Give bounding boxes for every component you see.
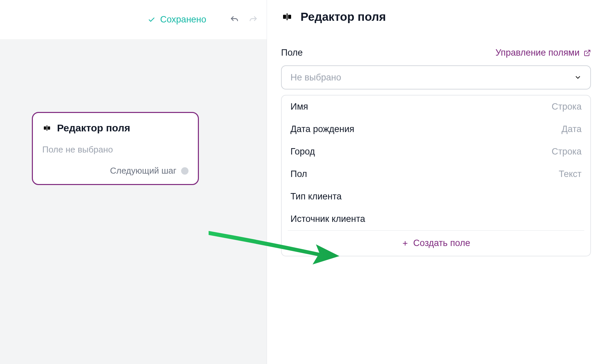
manage-fields-link[interactable]: Управление полями xyxy=(495,48,591,58)
plus-icon xyxy=(402,240,409,247)
option-name: Имя xyxy=(290,102,308,112)
svg-rect-1 xyxy=(48,126,50,129)
option-type: Строка xyxy=(552,102,582,112)
saved-status: Сохранено xyxy=(148,14,206,25)
svg-rect-0 xyxy=(44,126,46,129)
field-select[interactable]: Не выбрано xyxy=(281,65,591,89)
redo-icon xyxy=(249,15,258,24)
check-icon xyxy=(148,16,155,23)
card-subtitle: Поле не выбрано xyxy=(42,144,188,155)
option-name: Тип клиента xyxy=(290,191,341,202)
top-bar: Сохранено xyxy=(0,0,267,39)
dropdown-option[interactable]: ГородСтрока xyxy=(282,140,590,163)
field-editor-icon xyxy=(42,123,52,133)
editor-title: Редактор поля xyxy=(301,10,386,23)
create-field-text: Создать поле xyxy=(413,238,470,248)
option-type: Строка xyxy=(552,146,582,157)
redo-button[interactable] xyxy=(248,14,259,25)
saved-status-text: Сохранено xyxy=(160,14,206,25)
undo-button[interactable] xyxy=(229,14,240,25)
undo-icon xyxy=(230,15,239,24)
svg-rect-3 xyxy=(283,15,286,19)
dropdown-option[interactable]: ИмяСтрока xyxy=(282,96,590,118)
option-name: Источник клиента xyxy=(290,214,365,224)
dropdown-option[interactable]: Источник клиента xyxy=(282,208,590,230)
chevron-down-icon xyxy=(574,74,582,81)
external-link-icon xyxy=(584,49,591,57)
field-editor-icon xyxy=(281,11,293,23)
next-step-connector[interactable] xyxy=(181,167,188,175)
option-type: Текст xyxy=(559,169,582,179)
option-name: Город xyxy=(290,146,315,157)
field-label: Поле xyxy=(281,48,303,58)
svg-rect-4 xyxy=(288,15,291,19)
option-type: Дата xyxy=(561,124,582,134)
dropdown-option[interactable]: Дата рожденияДата xyxy=(282,118,590,140)
canvas[interactable]: Редактор поля Поле не выбрано Следующий … xyxy=(0,39,267,364)
svg-line-6 xyxy=(587,50,590,53)
option-name: Пол xyxy=(290,169,307,179)
manage-fields-text: Управление полями xyxy=(495,48,580,58)
svg-rect-5 xyxy=(287,13,288,20)
next-step-label: Следующий шаг xyxy=(110,166,176,176)
editor-panel: Редактор поля Поле Управление полями Не … xyxy=(267,0,599,364)
option-name: Дата рождения xyxy=(290,124,354,134)
field-editor-card[interactable]: Редактор поля Поле не выбрано Следующий … xyxy=(32,112,199,185)
select-placeholder: Не выбрано xyxy=(290,72,341,83)
svg-rect-2 xyxy=(47,125,47,131)
dropdown-option[interactable]: Тип клиента xyxy=(282,185,590,208)
card-title: Редактор поля xyxy=(57,122,130,134)
dropdown-option[interactable]: ПолТекст xyxy=(282,163,590,185)
field-dropdown: ИмяСтрокаДата рожденияДатаГородСтрокаПол… xyxy=(281,95,591,256)
create-field-button[interactable]: Создать поле xyxy=(282,231,590,256)
